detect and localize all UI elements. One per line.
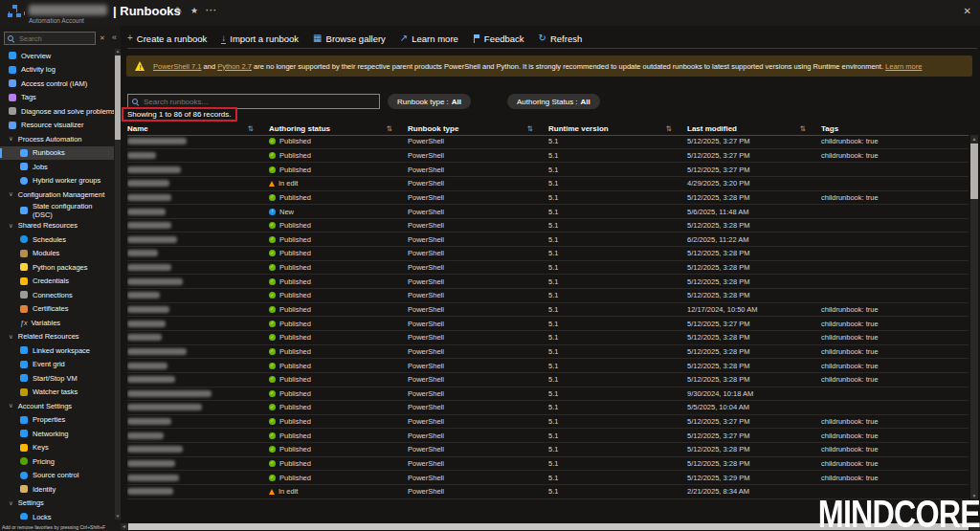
table-row[interactable]: ✓PublishedPowerShell5.15/12/2025, 3:27 P…: [127, 317, 969, 331]
banner-link[interactable]: PowerShell 7.1: [153, 62, 201, 71]
sidebar-group-related-resources[interactable]: ∨Related Resources: [0, 330, 114, 344]
runbook-type-filter[interactable]: Runbook type :All: [388, 94, 471, 109]
table-row[interactable]: ✓PublishedPowerShell5.15/12/2025, 3:27 P…: [127, 135, 969, 149]
feedback-button[interactable]: Feedback: [473, 33, 524, 44]
column-header-runtime-version[interactable]: Runtime version⇅: [548, 124, 687, 133]
favorite-star-icon[interactable]: ★: [190, 6, 198, 15]
column-header-label: Last modified: [687, 124, 737, 133]
sidebar-item-hybrid-worker-groups[interactable]: Hybrid worker groups: [0, 174, 114, 188]
sidebar-item-access-control-iam[interactable]: Access control (IAM): [0, 77, 114, 91]
sort-icon[interactable]: ⇅: [527, 124, 533, 133]
sidebar-item-variables[interactable]: ƒxVariables: [0, 316, 114, 330]
sidebar-collapse-icon[interactable]: «: [112, 33, 117, 42]
table-row[interactable]: ✓PublishedPowerShell5.15/12/2025, 3:27 P…: [127, 429, 969, 443]
table-row[interactable]: ✓PublishedPowerShell5.15/12/2025, 3:28 P…: [127, 443, 969, 457]
table-row[interactable]: In editPowerShell5.14/29/2025, 3:20 PM: [127, 177, 969, 191]
sort-icon[interactable]: ⇅: [666, 124, 672, 133]
sidebar-item-modules[interactable]: Modules: [0, 247, 114, 261]
sidebar-item-pricing[interactable]: Pricing: [0, 454, 114, 469]
sidebar-item-python-packages[interactable]: Python packages: [0, 260, 114, 275]
sidebar-item-properties[interactable]: Properties: [0, 413, 114, 428]
learn-more-button[interactable]: ↗Learn more: [400, 33, 458, 44]
table-row[interactable]: ✓PublishedPowerShell5.15/5/2025, 10:04 A…: [127, 401, 969, 415]
table-row[interactable]: ✓PublishedPowerShell5.112/17/2024, 10:50…: [127, 303, 969, 318]
table-row[interactable]: ✓PublishedPowerShell5.19/30/2024, 10:18 …: [127, 387, 969, 402]
runbook-name-cell: [127, 138, 269, 144]
table-row[interactable]: iNewPowerShell5.15/6/2025, 11:48 AM: [127, 205, 969, 219]
sidebar-item-start-stop-vm[interactable]: Start/Stop VM: [0, 371, 114, 386]
column-header-runbook-type[interactable]: Runbook type⇅: [408, 124, 548, 133]
runtime-version-cell: 5.1: [548, 137, 687, 145]
table-row[interactable]: ✓PublishedPowerShell5.15/12/2025, 3:28 P…: [127, 457, 969, 472]
sidebar-item-activity-log[interactable]: Activity log: [0, 63, 114, 77]
sidebar-item-connections[interactable]: Connections: [0, 288, 114, 302]
import-runbook-button[interactable]: ↓Import a runbook: [221, 33, 299, 44]
sidebar-item-diagnose-and-solve-problems[interactable]: Diagnose and solve problems: [0, 104, 114, 119]
sidebar-group-process-automation[interactable]: ∨Process Automation: [0, 132, 114, 146]
sidebar-group-account-settings[interactable]: ∨Account Settings: [0, 399, 114, 413]
table-row[interactable]: ✓PublishedPowerShell5.15/12/2025, 3:28 P…: [127, 261, 969, 276]
sidebar-search-box[interactable]: [4, 32, 96, 45]
sidebar-search-clear-icon[interactable]: ✕: [100, 34, 105, 42]
sidebar-item-tags[interactable]: Tags: [0, 91, 114, 105]
table-row[interactable]: ✓PublishedPowerShell5.16/2/2025, 11:22 A…: [127, 232, 969, 247]
table-row[interactable]: ✓PublishedPowerShell5.15/12/2025, 3:28 P…: [127, 345, 969, 360]
more-options-icon[interactable]: ···: [206, 6, 217, 15]
table-row[interactable]: ✓PublishedPowerShell5.15/12/2025, 3:28 P…: [127, 191, 969, 206]
authoring-status-cell: ✓Published: [269, 431, 408, 440]
column-header-name[interactable]: Name⇅: [127, 124, 269, 133]
table-row[interactable]: ✓PublishedPowerShell5.15/12/2025, 3:28 P…: [127, 359, 969, 373]
published-status-icon: ✓: [269, 460, 276, 467]
sidebar-item-schedules[interactable]: Schedules: [0, 232, 114, 247]
close-icon[interactable]: ✕: [964, 6, 971, 16]
banner-link[interactable]: Python 2.7: [217, 62, 252, 71]
sidebar-item-credentials[interactable]: Credentials: [0, 275, 114, 289]
sidebar-group-settings[interactable]: ∨Settings: [0, 497, 114, 511]
runbooks-search-input[interactable]: [142, 97, 375, 107]
pin-icon[interactable]: ✎: [175, 6, 183, 15]
browse-gallery-button[interactable]: ▦Browse gallery: [313, 33, 386, 44]
sidebar-group-configuration-management[interactable]: ∨Configuration Management: [0, 188, 114, 202]
sidebar-item-source-control[interactable]: Source control: [0, 469, 114, 483]
table-row[interactable]: ✓PublishedPowerShell5.15/12/2025, 3:28 P…: [127, 275, 969, 289]
refresh-button[interactable]: ↻Refresh: [539, 33, 583, 44]
table-row[interactable]: ✓PublishedPowerShell5.15/12/2025, 3:28 P…: [127, 247, 969, 261]
sort-icon[interactable]: ⇅: [387, 124, 392, 133]
sidebar-item-overview[interactable]: Overview: [0, 49, 114, 63]
sidebar-item-networking[interactable]: Networking: [0, 427, 114, 441]
table-row[interactable]: ✓PublishedPowerShell5.15/12/2025, 3:29 P…: [127, 471, 969, 485]
sidebar-group-shared-resources[interactable]: ∨Shared Resources: [0, 219, 114, 233]
table-row[interactable]: ✓PublishedPowerShell5.15/12/2025, 3:28 P…: [127, 219, 969, 233]
sidebar-item-event-grid[interactable]: Event grid: [0, 358, 114, 372]
sidebar-item-locks[interactable]: Locks: [0, 510, 114, 520]
sidebar-item-runbooks[interactable]: Runbooks: [0, 146, 114, 161]
sidebar-item-keys[interactable]: Keys: [0, 441, 114, 455]
sidebar-item-jobs[interactable]: Jobs: [0, 160, 114, 174]
authoring-status-cell: ✓Published: [269, 263, 408, 272]
table-row[interactable]: ✓PublishedPowerShell5.15/12/2025, 3:27 P…: [127, 163, 969, 177]
column-header-last-modified[interactable]: Last modified⇅: [687, 124, 821, 133]
sidebar-item-watcher-tasks[interactable]: Watcher tasks: [0, 386, 114, 400]
sidebar-item-state-configuration-dsc[interactable]: State configuration (DSC): [0, 202, 114, 219]
table-row[interactable]: ✓PublishedPowerShell5.15/12/2025, 3:27 P…: [127, 415, 969, 430]
scroll-left-icon[interactable]: ◄: [122, 523, 126, 530]
sidebar-item-certificates[interactable]: Certificates: [0, 302, 114, 317]
column-header-authoring-status[interactable]: Authoring status⇅: [269, 124, 408, 133]
table-row[interactable]: ✓PublishedPowerShell5.15/12/2025, 3:28 P…: [127, 289, 969, 303]
sidebar-item-linked-workspace[interactable]: Linked workspace: [0, 343, 114, 358]
sidebar-search-input[interactable]: [17, 33, 92, 44]
create-runbook-button[interactable]: +Create a runbook: [127, 33, 207, 44]
sidebar-item-identity[interactable]: Identity: [0, 482, 114, 497]
scroll-up-icon[interactable]: ▲: [970, 135, 978, 143]
banner-link[interactable]: Learn more: [885, 62, 922, 71]
table-vertical-scrollbar[interactable]: ▲ ▼: [970, 135, 978, 499]
column-header-tags[interactable]: Tags: [821, 124, 969, 133]
table-scrollbar-thumb[interactable]: [970, 144, 978, 199]
table-row[interactable]: ✓PublishedPowerShell5.15/12/2025, 3:28 P…: [127, 331, 969, 345]
sort-icon[interactable]: ⇅: [248, 124, 254, 133]
authoring-status-filter[interactable]: Authoring Status :All: [507, 94, 600, 109]
table-row[interactable]: ✓PublishedPowerShell5.15/12/2025, 3:27 P…: [127, 149, 969, 164]
table-row[interactable]: ✓PublishedPowerShell5.15/12/2025, 3:28 P…: [127, 373, 969, 387]
sort-icon[interactable]: ⇅: [800, 124, 806, 133]
sidebar-item-resource-visualizer[interactable]: Resource visualizer: [0, 119, 114, 133]
